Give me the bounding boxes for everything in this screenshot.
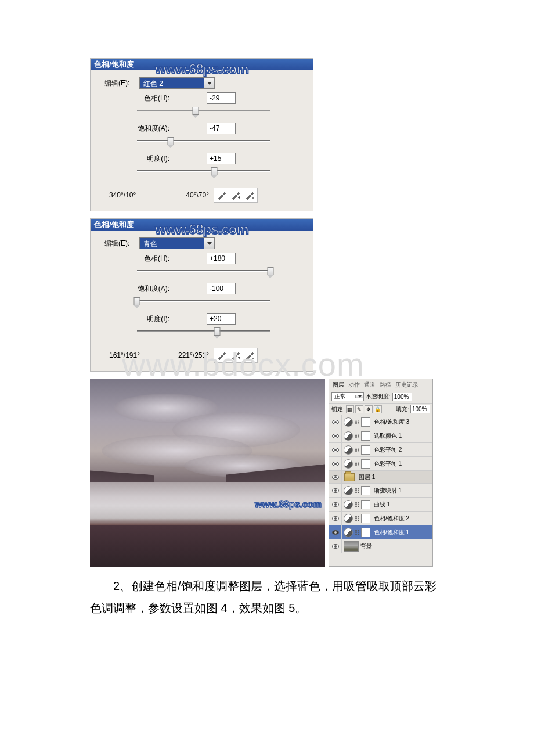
layer-row[interactable]: 图层 1 bbox=[329, 471, 432, 484]
visibility-toggle[interactable] bbox=[329, 512, 342, 525]
layer-row[interactable]: ⛓选取颜色 1 bbox=[329, 429, 432, 443]
lightness-slider[interactable] bbox=[137, 168, 270, 175]
layer-name: 曲线 1 bbox=[372, 501, 390, 509]
lightness-input[interactable] bbox=[207, 313, 236, 325]
hue-slider[interactable] bbox=[137, 107, 270, 114]
hue-input[interactable] bbox=[207, 92, 236, 104]
link-icon: ⛓ bbox=[354, 502, 360, 507]
lightness-input[interactable] bbox=[207, 153, 236, 164]
lightness-label: 明度(I): bbox=[104, 154, 174, 164]
visibility-toggle[interactable] bbox=[329, 415, 342, 429]
layer-name: 色相/饱和度 1 bbox=[372, 528, 409, 537]
link-icon: ⛓ bbox=[354, 447, 360, 453]
visibility-toggle[interactable] bbox=[329, 525, 342, 539]
eyedropper-plus-icon[interactable] bbox=[230, 190, 241, 200]
adjustment-icon bbox=[344, 459, 353, 469]
edit-select-value: 红色 2 bbox=[140, 78, 204, 88]
visibility-toggle[interactable] bbox=[329, 471, 342, 483]
preview-watermark: www.68ps.com bbox=[255, 499, 322, 510]
dropdown-icon[interactable] bbox=[355, 395, 363, 398]
visibility-toggle[interactable] bbox=[329, 429, 342, 442]
layer-row[interactable]: 背景 bbox=[329, 539, 432, 553]
edit-label: 编辑(E): bbox=[104, 239, 139, 249]
link-icon: ⛓ bbox=[354, 461, 360, 467]
lightness-slider[interactable] bbox=[137, 328, 270, 335]
visibility-toggle[interactable] bbox=[329, 443, 342, 456]
layer-row[interactable]: ⛓渐变映射 1 bbox=[329, 484, 432, 498]
eyedropper-icon[interactable] bbox=[217, 350, 227, 361]
eyedropper-plus-icon[interactable] bbox=[230, 350, 241, 361]
panel-tab[interactable]: 图层 bbox=[331, 380, 345, 390]
saturation-slider[interactable] bbox=[137, 298, 270, 305]
mask-thumb bbox=[361, 431, 370, 441]
watermark-logo: www.68ps.com bbox=[155, 61, 248, 77]
adjustment-icon bbox=[344, 445, 353, 455]
eye-icon bbox=[332, 462, 339, 466]
eye-icon bbox=[332, 448, 339, 452]
link-icon: ⛓ bbox=[354, 419, 360, 425]
eyedropper-group bbox=[214, 348, 258, 363]
slider-thumb[interactable] bbox=[268, 267, 274, 275]
lock-transparent-icon[interactable]: ▦ bbox=[346, 405, 354, 413]
eyedropper-group bbox=[214, 188, 258, 203]
layer-row[interactable]: ⛓色相/饱和度 3 bbox=[329, 415, 432, 429]
eyedropper-minus-icon[interactable] bbox=[244, 190, 255, 200]
panel-tab[interactable]: 路径 bbox=[378, 380, 392, 390]
visibility-toggle[interactable] bbox=[329, 484, 342, 497]
result-block: www.68ps.com 图层动作通道路径历史记录 正常 不透明度: 锁定: ▦… bbox=[90, 379, 444, 567]
dialog-title-text: 色相/饱和度 bbox=[94, 59, 134, 70]
visibility-toggle[interactable] bbox=[329, 498, 342, 511]
lock-brush-icon[interactable]: ✎ bbox=[355, 405, 363, 413]
lock-all-icon[interactable]: 🔒 bbox=[374, 405, 382, 413]
hue-sat-dialog-2: 色相/饱和度 www.68ps.com 编辑(E): 青色 色相(H): 饱和度… bbox=[90, 218, 313, 372]
dialog-title-text: 色相/饱和度 bbox=[94, 219, 134, 230]
visibility-toggle[interactable] bbox=[329, 539, 342, 553]
hue-slider[interactable] bbox=[137, 268, 270, 275]
slider-thumb[interactable] bbox=[167, 137, 174, 145]
layer-thumb bbox=[344, 541, 359, 552]
dropdown-icon[interactable] bbox=[204, 238, 214, 249]
slider-thumb[interactable] bbox=[211, 167, 218, 175]
saturation-input[interactable] bbox=[207, 123, 236, 134]
hue-input[interactable] bbox=[207, 253, 236, 264]
eye-icon bbox=[332, 420, 339, 424]
slider-thumb[interactable] bbox=[214, 327, 221, 336]
layer-row[interactable]: ⛓色相/饱和度 1 bbox=[329, 525, 432, 539]
panel-tab[interactable]: 历史记录 bbox=[394, 380, 420, 390]
folder-icon bbox=[344, 473, 355, 481]
saturation-slider[interactable] bbox=[137, 138, 270, 145]
watermark-logo: www.68ps.com bbox=[155, 221, 248, 237]
panel-tab[interactable]: 通道 bbox=[363, 380, 377, 390]
saturation-input[interactable] bbox=[207, 283, 236, 294]
edit-select[interactable]: 青色 bbox=[139, 237, 215, 249]
lock-move-icon[interactable]: ✥ bbox=[365, 405, 373, 413]
layer-row[interactable]: ⛓色彩平衡 2 bbox=[329, 443, 432, 457]
mask-thumb bbox=[361, 500, 370, 509]
layer-name: 色彩平衡 1 bbox=[372, 460, 402, 468]
visibility-toggle[interactable] bbox=[329, 457, 342, 470]
panel-tabs: 图层动作通道路径历史记录 bbox=[329, 379, 432, 390]
blend-mode-select[interactable]: 正常 bbox=[331, 392, 364, 401]
adjustment-icon bbox=[344, 528, 353, 537]
eye-icon bbox=[332, 475, 339, 480]
layer-name: 选取颜色 1 bbox=[372, 432, 402, 440]
fill-input[interactable] bbox=[410, 405, 430, 413]
opacity-input[interactable] bbox=[392, 393, 412, 401]
layer-row[interactable]: ⛓色相/饱和度 2 bbox=[329, 512, 432, 525]
layer-row[interactable]: ⛓曲线 1 bbox=[329, 498, 432, 512]
hue-sat-dialog-1: 色相/饱和度 www.68ps.com 编辑(E): 红色 2 色相(H): 饱… bbox=[90, 58, 313, 211]
layers-panel: 图层动作通道路径历史记录 正常 不透明度: 锁定: ▦ ✎ ✥ 🔒 填充: ⛓色… bbox=[329, 379, 433, 567]
edit-select[interactable]: 红色 2 bbox=[139, 77, 215, 89]
instruction-text: 2、创建色相/饱和度调整图层，选择蓝色，用吸管吸取顶部云彩色调调整，参数设置如图… bbox=[90, 575, 438, 619]
adjustment-icon bbox=[344, 486, 353, 495]
mask-thumb bbox=[361, 445, 370, 455]
hue-label: 色相(H): bbox=[104, 254, 174, 264]
slider-thumb[interactable] bbox=[134, 297, 140, 305]
mask-thumb bbox=[361, 514, 370, 523]
panel-tab[interactable]: 动作 bbox=[347, 380, 361, 390]
eyedropper-minus-icon[interactable] bbox=[244, 350, 255, 361]
slider-thumb[interactable] bbox=[193, 107, 199, 115]
eyedropper-icon[interactable] bbox=[217, 190, 227, 200]
dropdown-icon[interactable] bbox=[204, 78, 214, 88]
layer-row[interactable]: ⛓色彩平衡 1 bbox=[329, 457, 432, 471]
